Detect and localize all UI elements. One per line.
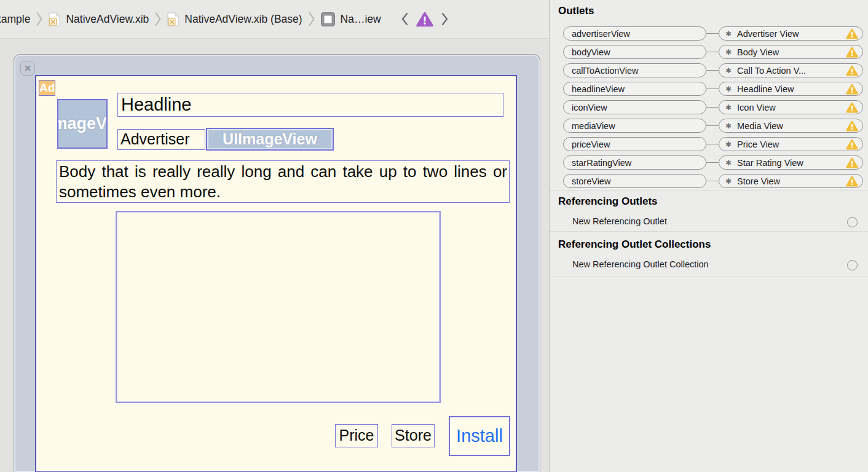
outlet-name-pill[interactable]: headlineView <box>563 82 706 96</box>
breadcrumb-item-example[interactable]: xample <box>0 13 30 26</box>
outlet-name-pill[interactable]: advertiserView <box>563 26 706 41</box>
outlet-target-pill[interactable]: ✱ Price View <box>719 137 863 151</box>
breadcrumb-item-view[interactable]: Na…iew <box>341 13 381 26</box>
warning-triangle-icon[interactable] <box>846 157 858 168</box>
outlet-name: mediaView <box>572 121 615 131</box>
outlet-target-name: Body View <box>737 47 843 57</box>
icon-image-view-label: UIImageView <box>57 114 108 133</box>
chevron-right-icon <box>309 11 315 27</box>
warning-triangle-icon[interactable] <box>846 28 858 39</box>
outlet-target-name: Store View <box>737 176 843 186</box>
disconnect-icon[interactable]: ✱ <box>725 48 732 57</box>
warning-triangle-icon[interactable] <box>846 139 858 150</box>
warning-triangle-icon[interactable] <box>846 84 858 95</box>
section-divider <box>550 277 868 277</box>
outlet-name-pill[interactable]: bodyView <box>563 45 706 59</box>
warning-triangle-icon[interactable] <box>846 65 858 76</box>
outlet-target-pill[interactable]: ✱ Store View <box>719 174 863 188</box>
section-divider <box>550 231 868 232</box>
connection-line <box>706 88 719 90</box>
advertiser-label[interactable]: Advertiser <box>117 129 205 150</box>
section-divider <box>550 190 868 191</box>
outlet-name: iconView <box>572 103 607 112</box>
outlet-row: headlineView ✱ Headline View <box>550 80 868 98</box>
new-referencing-outlet-collection-connector[interactable] <box>847 260 858 270</box>
connection-line <box>706 181 719 182</box>
headline-label[interactable]: Headline <box>117 93 503 117</box>
outlet-target-pill[interactable]: ✱ Advertiser View <box>719 26 863 41</box>
chevron-right-icon <box>36 11 42 27</box>
outlet-target-pill[interactable]: ✱ Star Rating View <box>719 155 863 170</box>
connection-line <box>706 107 719 108</box>
outlet-target-pill[interactable]: ✱ Icon View <box>719 100 863 114</box>
outlet-name-pill[interactable]: mediaView <box>563 119 706 133</box>
issue-warning-icon[interactable] <box>416 12 433 27</box>
xib-design-window: ✕ Ad UIImageView Headline Advertiser UII… <box>14 54 540 472</box>
outlet-name: callToActionView <box>572 66 639 76</box>
price-label[interactable]: Price <box>335 424 378 447</box>
outlets-list: advertiserView ✱ Advertiser View bodyVie… <box>550 25 868 191</box>
media-view[interactable] <box>116 211 441 403</box>
outlet-target-pill[interactable]: ✱ Media View <box>719 119 863 133</box>
connection-line <box>706 33 719 34</box>
outlet-row: priceView ✱ Price View <box>550 135 868 154</box>
connection-line <box>706 162 719 163</box>
outlet-target-name: Icon View <box>737 103 843 112</box>
store-label[interactable]: Store <box>392 424 435 447</box>
outlet-name: bodyView <box>572 47 610 57</box>
referencing-outlets-title: Referencing Outlets <box>558 195 658 208</box>
jump-bar: xample NativeAdView.xib NativeAdView.xib… <box>0 0 549 38</box>
warning-triangle-icon[interactable] <box>846 47 858 58</box>
disconnect-icon[interactable]: ✱ <box>725 140 732 149</box>
outlet-name-pill[interactable]: starRatingView <box>563 155 706 170</box>
close-icon[interactable]: ✕ <box>20 61 35 76</box>
outlet-name-pill[interactable]: storeView <box>563 174 706 188</box>
outlet-target-pill[interactable]: ✱ Body View <box>719 45 863 59</box>
warning-triangle-icon[interactable] <box>846 120 858 132</box>
outlet-target-name: Star Rating View <box>737 158 843 168</box>
new-referencing-outlet-label: New Referencing Outlet <box>572 216 667 226</box>
connection-line <box>706 144 719 145</box>
body-label[interactable]: Body that is really really long and can … <box>56 160 510 203</box>
outlet-target-pill[interactable]: ✱ Headline View <box>719 82 863 96</box>
breadcrumb-item-xib-base[interactable]: NativeAdView.xib (Base) <box>184 13 302 26</box>
disconnect-icon[interactable]: ✱ <box>725 66 732 75</box>
outlet-name-pill[interactable]: priceView <box>563 137 706 151</box>
outlet-name: storeView <box>572 176 610 186</box>
outlet-row: advertiserView ✱ Advertiser View <box>550 25 868 43</box>
outlet-row: iconView ✱ Icon View <box>550 98 868 117</box>
connection-line <box>706 70 719 71</box>
install-button[interactable]: Install <box>449 416 510 456</box>
ad-attribution-badge[interactable]: Ad <box>39 80 55 96</box>
outlet-name: advertiserView <box>572 29 630 39</box>
outlet-name: starRatingView <box>572 158 631 168</box>
connections-inspector: Outlets advertiserView ✱ Advertiser View… <box>550 0 868 472</box>
breadcrumb-item-xib[interactable]: NativeAdView.xib <box>66 13 149 26</box>
disconnect-icon[interactable]: ✱ <box>725 103 732 112</box>
native-ad-root-view[interactable]: Ad UIImageView Headline Advertiser UIIma… <box>35 75 517 472</box>
icon-image-view[interactable]: UIImageView <box>57 99 108 149</box>
xib-file-icon <box>49 12 60 26</box>
outlet-target-name: Headline View <box>737 84 843 94</box>
outlet-row: storeView ✱ Store View <box>550 172 868 191</box>
warning-triangle-icon[interactable] <box>846 102 858 113</box>
xib-file-icon <box>167 12 179 26</box>
disconnect-icon[interactable]: ✱ <box>725 177 732 186</box>
outlet-name-pill[interactable]: iconView <box>563 100 706 114</box>
outlet-target-pill[interactable]: ✱ Call To Action V... <box>719 63 863 77</box>
star-rating-image-view[interactable]: UIImageView <box>206 128 334 151</box>
disconnect-icon[interactable]: ✱ <box>725 85 732 93</box>
outlet-row: mediaView ✱ Media View <box>550 117 868 135</box>
new-referencing-outlet-collection-label: New Referencing Outlet Collection <box>572 259 709 269</box>
new-referencing-outlet-connector[interactable] <box>847 217 858 227</box>
warning-triangle-icon[interactable] <box>846 176 858 187</box>
outlet-name-pill[interactable]: callToActionView <box>563 63 706 77</box>
connection-line <box>706 52 719 53</box>
disconnect-icon[interactable]: ✱ <box>725 159 732 167</box>
disconnect-icon[interactable]: ✱ <box>725 122 732 130</box>
disconnect-icon[interactable]: ✱ <box>725 30 732 38</box>
history-back-icon[interactable] <box>401 12 408 26</box>
history-forward-icon[interactable] <box>441 12 449 26</box>
outlet-target-name: Price View <box>737 140 843 149</box>
outlet-row: bodyView ✱ Body View <box>550 43 868 61</box>
